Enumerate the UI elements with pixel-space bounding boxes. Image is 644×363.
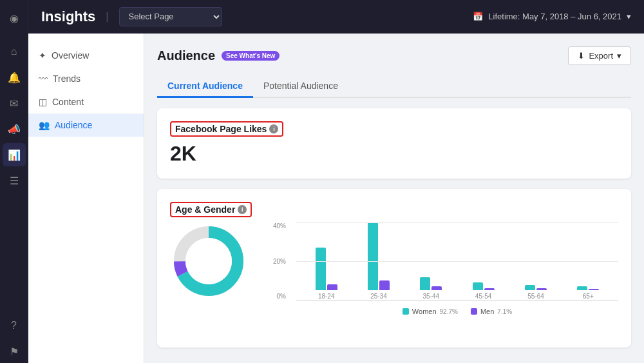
legend-dot-men [471,308,477,315]
section-title: Audience [157,48,215,63]
y-label-0: 0% [277,293,286,300]
left-nav: ✦ Overview 〰 Trends ◫ Content 👥 Audience [28,34,144,363]
main-container: Insights | Select Page 📅 Lifetime: May 7… [28,0,644,363]
legend-pct-women: 92.7% [440,308,458,315]
metric-label: Facebook Page Likes i [170,121,618,137]
y-axis-labels: 40% 20% 0% [273,222,289,300]
export-icon: ⬇ [578,51,585,61]
header-divider: | [106,11,108,23]
content-icon: ◫ [39,97,47,107]
nav-item-overview[interactable]: ✦ Overview [28,44,144,67]
top-header: Insights | Select Page 📅 Lifetime: May 7… [28,0,644,34]
page-title: Insights [41,8,95,25]
age-gender-metric-label: Age & Gender i [170,202,618,217]
y-label-20: 20% [273,258,286,265]
age-gender-info-icon[interactable]: i [238,205,247,214]
grid-lines [296,222,618,300]
calendar-icon: 📅 [473,12,483,21]
export-label: Export [589,51,613,61]
audience-icon: 👥 [39,120,50,130]
nav-item-trends[interactable]: 〰 Trends [28,67,144,90]
chart-legend: Women 92.7% Men 7.1% [296,308,618,315]
tab-potential-audience[interactable]: Potential Audience [253,75,348,98]
sidebar: ◉ ⌂ 🔔 ✉ 📣 📊 ☰ ? ⚑ [0,0,28,363]
legend-label-men: Men [480,308,494,315]
audience-tabs: Current Audience Potential Audience [157,75,631,98]
section-title-area: Audience See What's New [157,48,279,63]
facebook-page-likes-label: Facebook Page Likes [175,124,267,134]
megaphone-icon[interactable]: 📣 [3,117,26,141]
legend-item-men: Men 7.1% [471,308,512,315]
date-range-text: Lifetime: May 7, 2018 – Jun 6, 2021 [488,12,621,21]
main-content: Audience See What's New ⬇ Export ▾ Curre… [144,34,644,363]
donut-chart [170,222,247,300]
menu-icon[interactable]: ☰ [3,169,26,192]
nav-label-content: Content [52,97,84,107]
bar-chart-wrapper: 40% 20% 0% [273,222,618,335]
legend-label-women: Women [412,308,437,315]
legend-pct-men: 7.1% [497,308,512,315]
y-label-40: 40% [273,222,286,230]
facebook-page-likes-card: Facebook Page Likes i 2K [157,108,631,179]
facebook-page-likes-value: 2K [170,142,618,166]
notification-icon[interactable]: 🔔 [3,66,26,89]
age-gender-label-box: Age & Gender i [170,202,252,217]
page-selector[interactable]: Select Page [119,7,222,26]
donut-chart-container [170,222,247,300]
chart-area: 40% 20% 0% [170,222,618,335]
nav-item-audience[interactable]: 👥 Audience [28,113,144,137]
legend-dot-women [402,308,409,315]
overview-icon: ✦ [39,50,46,61]
fb-likes-info-icon[interactable]: i [269,124,278,133]
content-area: ✦ Overview 〰 Trends ◫ Content 👥 Audience… [28,34,644,363]
logo-icon[interactable]: ◉ [3,6,26,30]
svg-point-3 [185,238,232,284]
message-icon[interactable]: ✉ [3,92,26,115]
trends-icon: 〰 [39,74,48,84]
nav-item-content[interactable]: ◫ Content [28,90,144,113]
help-icon[interactable]: ? [3,314,26,337]
chart-icon[interactable]: 📊 [3,143,26,166]
age-gender-label: Age & Gender [175,204,235,215]
nav-label-audience: Audience [55,120,92,130]
legend-item-women: Women 92.7% [402,308,458,315]
badge-new[interactable]: See What's New [222,51,279,61]
section-header: Audience See What's New ⬇ Export ▾ [157,46,631,65]
export-button[interactable]: ⬇ Export ▾ [568,46,631,65]
nav-label-trends: Trends [53,74,80,84]
date-chevron-icon[interactable]: ▾ [627,12,631,21]
bookmark-icon[interactable]: ⚑ [3,340,26,363]
home-icon[interactable]: ⌂ [3,40,26,63]
export-chevron-icon: ▾ [617,51,621,61]
tab-current-audience[interactable]: Current Audience [157,75,253,98]
header-date-range: 📅 Lifetime: May 7, 2018 – Jun 6, 2021 ▾ [473,12,631,21]
age-gender-card: Age & Gender i [157,189,631,348]
nav-label-overview: Overview [52,50,89,61]
metric-label-box: Facebook Page Likes i [170,121,283,137]
